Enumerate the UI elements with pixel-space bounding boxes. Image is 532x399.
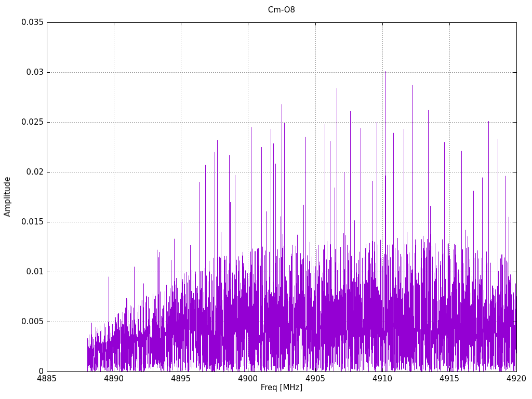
y-tick-label: 0.035 <box>0 18 44 27</box>
x-tick-label: 4910 <box>359 374 406 383</box>
x-tick-label: 4895 <box>157 374 204 383</box>
plot-canvas <box>0 0 532 399</box>
y-tick-label: 0.01 <box>0 267 44 276</box>
spectrum-chart-figure: Cm-O8 Freq [MHz] Amplitude 00.0050.010.0… <box>0 0 532 399</box>
x-axis-label: Freq [MHz] <box>47 383 516 392</box>
x-tick-label: 4900 <box>224 374 271 383</box>
chart-title: Cm-O8 <box>47 5 516 15</box>
y-tick-label: 0.03 <box>0 68 44 77</box>
y-tick-label: 0.02 <box>0 167 44 177</box>
y-tick-label: 0.015 <box>0 217 44 227</box>
y-tick-label: 0.025 <box>0 117 44 127</box>
y-tick-label: 0.005 <box>0 317 44 326</box>
x-tick-label: 4915 <box>426 374 473 383</box>
x-tick-label: 4885 <box>23 374 70 383</box>
x-tick-label: 4890 <box>90 374 137 383</box>
x-tick-label: 4920 <box>493 374 532 383</box>
x-tick-label: 4905 <box>292 374 339 383</box>
y-axis-label: Amplitude <box>3 177 12 217</box>
